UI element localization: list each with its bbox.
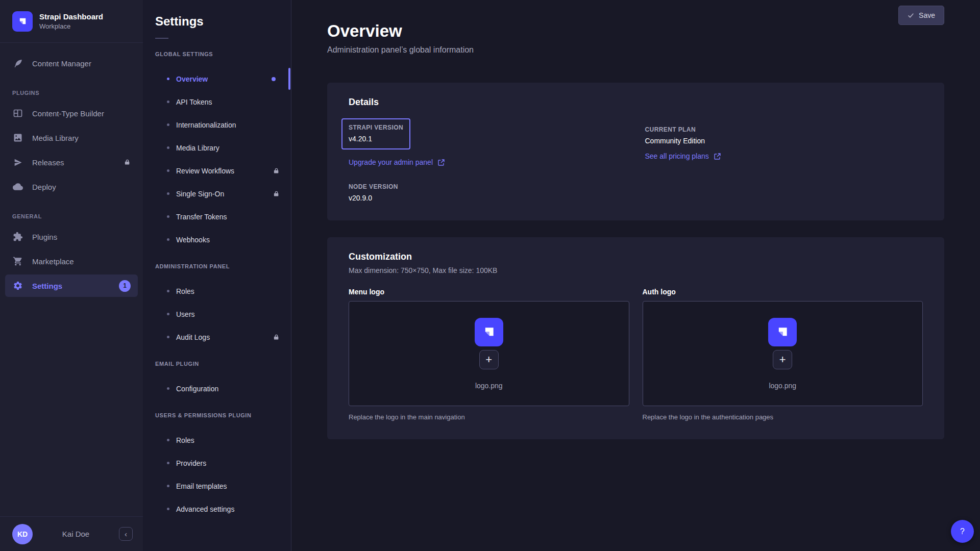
subnav-item-internationalization[interactable]: Internationalization: [143, 113, 291, 136]
bullet-icon: [167, 336, 169, 338]
sidebar-item-content-manager[interactable]: Content Manager: [5, 52, 138, 74]
plus-icon: +: [485, 354, 492, 365]
subnav-item-transfer-tokens[interactable]: Transfer Tokens: [143, 205, 291, 228]
user-avatar[interactable]: KD: [12, 524, 33, 544]
gear-icon: [12, 281, 23, 291]
details-heading: Details: [349, 97, 923, 108]
details-left-column: STRAPI VERSION v4.20.1 Upgrade your admi…: [349, 118, 627, 202]
bullet-icon: [167, 78, 169, 80]
sidebar-item-deploy[interactable]: Deploy: [5, 176, 138, 198]
subnav-item-email-templates[interactable]: Email templates: [143, 474, 291, 497]
details-grid: STRAPI VERSION v4.20.1 Upgrade your admi…: [349, 118, 923, 202]
auth-logo-filename: logo.png: [769, 382, 796, 390]
subnav-item-audit-logs[interactable]: Audit Logs: [143, 325, 291, 348]
sidebar-item-settings[interactable]: Settings 1: [5, 274, 138, 297]
lock-icon: [273, 334, 280, 341]
add-logo-button[interactable]: +: [773, 350, 792, 369]
main-sidebar: Strapi Dashboard Workplace Content Manag…: [0, 0, 143, 551]
node-version-label: NODE VERSION: [349, 183, 627, 190]
node-version-block: NODE VERSION v20.9.0: [349, 183, 627, 202]
main-content: Overview Administration panel’s global i…: [291, 0, 980, 551]
workspace-titles: Strapi Dashboard Workplace: [39, 12, 103, 30]
subnav-item-overview[interactable]: Overview: [143, 67, 291, 90]
settings-notification-badge: 1: [119, 280, 131, 292]
active-indicator-bar: [288, 68, 290, 90]
external-link-icon: [437, 159, 445, 166]
strapi-version-value: v4.20.1: [349, 135, 403, 143]
strapi-logo-icon: [768, 318, 797, 346]
bullet-icon: [167, 439, 169, 441]
sidebar-section-general: GENERAL: [12, 213, 131, 219]
subnav-item-users[interactable]: Users: [143, 303, 291, 325]
subnav-item-api-tokens[interactable]: API Tokens: [143, 90, 291, 113]
bullet-icon: [167, 462, 169, 464]
auth-logo-upload-box[interactable]: + logo.png: [643, 301, 923, 406]
question-mark-icon: ?: [960, 527, 965, 536]
upgrade-admin-panel-link[interactable]: Upgrade your admin panel: [349, 158, 445, 166]
details-right-column: CURRENT PLAN Community Edition See all p…: [645, 118, 923, 202]
node-version-value: v20.9.0: [349, 194, 627, 202]
bullet-icon: [167, 290, 169, 292]
strapi-version-highlight: STRAPI VERSION v4.20.1: [341, 118, 410, 149]
sidebar-section-plugins: PLUGINS: [12, 90, 131, 96]
subnav-section-administration-panel: ADMINISTRATION PANEL: [155, 263, 279, 269]
customization-heading: Customization: [349, 252, 923, 262]
strapi-logo-icon: [475, 318, 503, 346]
save-button[interactable]: Save: [898, 6, 944, 25]
add-logo-button[interactable]: +: [479, 350, 499, 369]
customization-card: Customization Max dimension: 750×750, Ma…: [327, 237, 944, 439]
bullet-icon: [167, 146, 169, 149]
sidebar-item-plugins[interactable]: Plugins: [5, 226, 138, 248]
plus-icon: +: [779, 354, 786, 365]
subnav-item-configuration[interactable]: Configuration: [143, 377, 291, 400]
workspace-header[interactable]: Strapi Dashboard Workplace: [0, 0, 143, 43]
sidebar-item-media-library[interactable]: Media Library: [5, 127, 138, 149]
page-title: Overview: [327, 21, 944, 41]
sidebar-menu: Content Manager PLUGINS Content-Type Bui…: [0, 43, 143, 516]
sidebar-item-content-type-builder[interactable]: Content-Type Builder: [5, 102, 138, 124]
sidebar-item-releases[interactable]: Releases: [5, 151, 138, 173]
sidebar-item-marketplace[interactable]: Marketplace: [5, 250, 138, 272]
menu-logo-filename: logo.png: [475, 382, 503, 390]
image-icon: [12, 133, 23, 143]
subnav-item-review-workflows[interactable]: Review Workflows: [143, 159, 291, 182]
active-indicator-dot: [272, 77, 276, 81]
strapi-version-label: STRAPI VERSION: [349, 124, 403, 131]
paper-plane-icon: [12, 158, 23, 167]
current-plan-block: CURRENT PLAN Community Edition: [645, 118, 923, 145]
sidebar-footer: KD Kai Doe ‹: [0, 516, 143, 551]
lock-icon: [273, 167, 280, 174]
puzzle-icon: [12, 232, 23, 242]
lock-icon: [124, 159, 131, 166]
chevron-left-icon: ‹: [125, 530, 127, 538]
subnav-item-roles-admin[interactable]: Roles: [143, 280, 291, 303]
strapi-logo-icon: [12, 11, 33, 32]
details-card: Details STRAPI VERSION v4.20.1 Upgrade y…: [327, 83, 944, 220]
pricing-plans-link[interactable]: See all pricing plans: [645, 152, 721, 160]
bullet-icon: [167, 101, 169, 103]
current-plan-label: CURRENT PLAN: [645, 126, 923, 133]
bullet-icon: [167, 508, 169, 510]
sidebar-item-label: Releases: [32, 158, 115, 167]
lock-icon: [273, 190, 280, 197]
subnav-item-webhooks[interactable]: Webhooks: [143, 228, 291, 251]
subnav-item-providers[interactable]: Providers: [143, 452, 291, 474]
subnav-item-media-library[interactable]: Media Library: [143, 136, 291, 159]
sidebar-item-label: Deploy: [32, 183, 131, 191]
bullet-icon: [167, 238, 169, 241]
sidebar-item-label: Media Library: [32, 134, 131, 142]
subnav-item-advanced-settings[interactable]: Advanced settings: [143, 497, 291, 520]
menu-logo-label: Menu logo: [349, 288, 629, 296]
collapse-sidebar-button[interactable]: ‹: [119, 527, 133, 541]
subnav-item-roles-up[interactable]: Roles: [143, 429, 291, 452]
bullet-icon: [167, 123, 169, 126]
auth-logo-label: Auth logo: [643, 288, 923, 296]
cloud-icon: [12, 182, 23, 192]
logo-grid: Menu logo + logo.png Replace the logo in…: [349, 288, 923, 421]
subnav-item-single-sign-on[interactable]: Single Sign-On: [143, 182, 291, 205]
subnav-title: Settings: [155, 14, 279, 29]
menu-logo-upload-box[interactable]: + logo.png: [349, 301, 629, 406]
check-icon: [908, 12, 914, 19]
help-button[interactable]: ?: [951, 520, 974, 543]
cart-icon: [12, 256, 23, 266]
